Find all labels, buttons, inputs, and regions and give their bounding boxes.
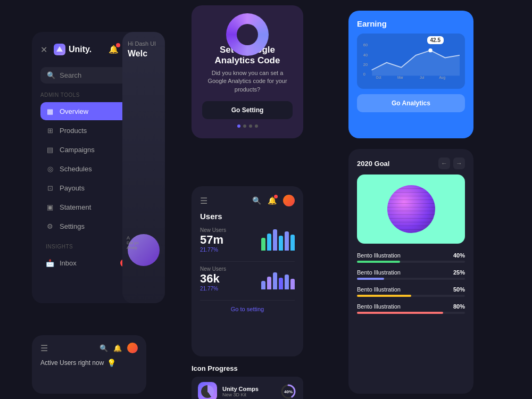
svg-text:60: 60: [363, 43, 368, 47]
logo-text: Unity.: [69, 45, 92, 54]
search-icon-bottom[interactable]: 🔍: [99, 344, 108, 352]
bar-2: [273, 272, 277, 289]
sphere-3d-graphic: [387, 185, 435, 233]
hamburger-icon[interactable]: ☰: [200, 196, 207, 206]
pb-name-2: Bento Illustration: [357, 269, 401, 276]
goal-3d-area: [357, 174, 465, 244]
bar-2: [273, 229, 277, 251]
bar-1: [267, 277, 271, 289]
svg-point-12: [428, 48, 432, 52]
avatar-bottom: [127, 343, 138, 353]
pb-track-4: [357, 312, 465, 314]
stat-row-2: New Users 36k 21.77%: [200, 266, 295, 292]
sidebar-item-label: Products: [60, 127, 87, 135]
goal-nav: ← →: [438, 157, 465, 169]
sidebar-item-label: Settings: [60, 222, 85, 230]
sidebar-item-label: Schedules: [60, 165, 92, 173]
progress-bar-4: Bento Illustration 80%: [357, 303, 465, 314]
card-bell-wrapper: 🔔: [268, 196, 277, 205]
progress-bar-1: Bento Illustration 40%: [357, 252, 465, 263]
pb-fill-4: [357, 312, 443, 314]
go-to-setting-link[interactable]: Go to setting: [200, 300, 295, 312]
payouts-icon: ⊡: [46, 184, 54, 192]
pb-track-1: [357, 261, 465, 263]
progress-sub: New 3D Kit: [222, 392, 275, 397]
earning-chart: 60 40 20 0 Oct Mar Jul Aug: [362, 39, 460, 81]
bell-icon-bottom[interactable]: 🔔: [113, 344, 122, 352]
search-icon: 🔍: [47, 71, 55, 79]
hamburger-bottom-icon[interactable]: ☰: [40, 343, 48, 353]
bell-wrapper: 🔔: [109, 45, 119, 54]
avatar-card: [283, 195, 295, 206]
svg-text:Mar: Mar: [397, 76, 404, 79]
progress-item: Unity Comps New 3D Kit 40%: [192, 377, 303, 399]
go-setting-button[interactable]: Go Setting: [202, 101, 293, 119]
svg-text:Oct: Oct: [376, 76, 381, 79]
goal-header: 2020 Goal ← →: [357, 157, 465, 169]
pb-pct-2: 25%: [453, 269, 465, 276]
goal-next-button[interactable]: →: [453, 157, 465, 169]
users-card-title: Users: [200, 212, 295, 221]
icon-progress-section: Icon Progress Unity Comps New 3D Kit 40%: [192, 364, 303, 399]
divider: [200, 261, 295, 262]
progress-bar-3: Bento Illustration 50%: [357, 286, 465, 297]
bar-chart-2: [261, 268, 295, 289]
chart-tooltip: 42.5: [427, 36, 444, 44]
close-icon[interactable]: ✕: [40, 45, 47, 55]
stat-left-2: New Users 36k 21.77%: [200, 266, 226, 292]
svg-marker-0: [56, 46, 63, 52]
schedules-icon: ◎: [46, 164, 54, 173]
pb-name-4: Bento Illustration: [357, 303, 401, 310]
stat1-pct: 21.77%: [200, 247, 226, 253]
pb-name-1: Bento Illustration: [357, 252, 401, 259]
go-analytics-button[interactable]: Go Analytics: [357, 94, 465, 112]
card-header-icons: 🔍 🔔: [252, 195, 295, 206]
stat1-label: New Users: [200, 227, 226, 233]
bar-3: [279, 236, 283, 251]
bottom-header: ☰ 🔍 🔔: [40, 343, 138, 353]
svg-text:20: 20: [363, 62, 368, 67]
dot-2: [243, 124, 246, 128]
bar-4: [285, 275, 289, 289]
settings-icon: ⚙: [46, 222, 54, 230]
progress-icon: [198, 382, 217, 399]
campaigns-icon: ▤: [46, 145, 54, 154]
earning-title: Earning: [357, 19, 465, 28]
pb-fill-1: [357, 261, 400, 263]
app-title-text: Unity.: [69, 45, 92, 54]
overview-icon: ▦: [46, 107, 54, 115]
users-card-header: ☰ 🔍 🔔: [200, 195, 295, 206]
dot-1: [237, 124, 240, 128]
bar-0: [261, 238, 265, 251]
dot-indicators: [202, 124, 293, 128]
stat1-value: 57m: [200, 233, 226, 247]
pb-name-3: Bento Illustration: [357, 286, 401, 293]
pb-fill-2: [357, 278, 384, 280]
sidebar-item-label: Statement: [60, 203, 91, 211]
products-icon: ⊞: [46, 126, 54, 135]
stat-left-1: New Users 57m 21.77%: [200, 227, 226, 253]
users-card: ☰ 🔍 🔔 Users New Users 57m 21.77% New Use…: [192, 186, 303, 356]
svg-text:0: 0: [363, 72, 365, 77]
icon-progress-title: Icon Progress: [192, 364, 303, 372]
bar-5: [290, 235, 295, 251]
welcome-card-partial: Hi Dash UI Welc A Did yo Analy: [122, 32, 165, 303]
pb-track-2: [357, 278, 465, 280]
bar-3: [279, 278, 283, 289]
search-icon-card[interactable]: 🔍: [252, 196, 261, 205]
progress-bar-2: Bento Illustration 25%: [357, 269, 465, 280]
bar-1: [267, 234, 271, 251]
stat-row-1: New Users 57m 21.77%: [200, 227, 295, 253]
bottom-left-card: ☰ 🔍 🔔 Active Users right now 💡: [32, 335, 146, 394]
inbox-label: Inbox: [60, 259, 115, 267]
pb-header-1: Bento Illustration 40%: [357, 252, 465, 259]
goal-prev-button[interactable]: ←: [438, 157, 450, 169]
search-placeholder: Search: [60, 71, 81, 79]
sidebar-item-label: Campaigns: [60, 146, 95, 154]
progress-pct: 40%: [280, 383, 297, 399]
logo-icon: [54, 44, 65, 55]
svg-text:Aug: Aug: [439, 76, 446, 80]
bottom-header-icons: 🔍 🔔: [99, 343, 138, 353]
progress-name: Unity Comps: [222, 386, 275, 392]
goal-title: 2020 Goal: [357, 160, 389, 168]
